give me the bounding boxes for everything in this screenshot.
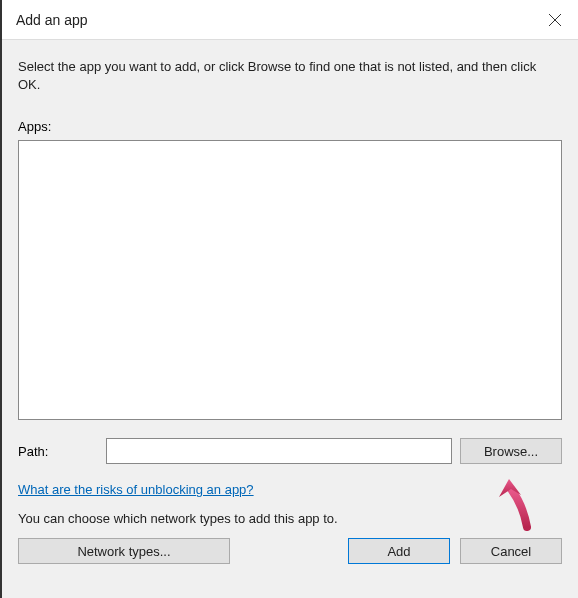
path-label: Path: (18, 444, 98, 459)
close-icon (548, 13, 562, 27)
apps-list[interactable] (18, 140, 562, 420)
apps-label: Apps: (18, 119, 562, 134)
path-row: Path: Browse... (18, 438, 562, 464)
browse-button[interactable]: Browse... (460, 438, 562, 464)
title-bar: Add an app (2, 0, 578, 40)
window-title: Add an app (16, 12, 88, 28)
cancel-button[interactable]: Cancel (460, 538, 562, 564)
instruction-text: Select the app you want to add, or click… (18, 58, 562, 93)
add-button[interactable]: Add (348, 538, 450, 564)
close-button[interactable] (532, 0, 578, 40)
dialog-content: Select the app you want to add, or click… (2, 40, 578, 598)
network-types-text: You can choose which network types to ad… (18, 511, 562, 526)
path-input[interactable] (106, 438, 452, 464)
network-types-button[interactable]: Network types... (18, 538, 230, 564)
risks-link[interactable]: What are the risks of unblocking an app? (18, 482, 562, 497)
button-row: Network types... Add Cancel (18, 538, 562, 564)
